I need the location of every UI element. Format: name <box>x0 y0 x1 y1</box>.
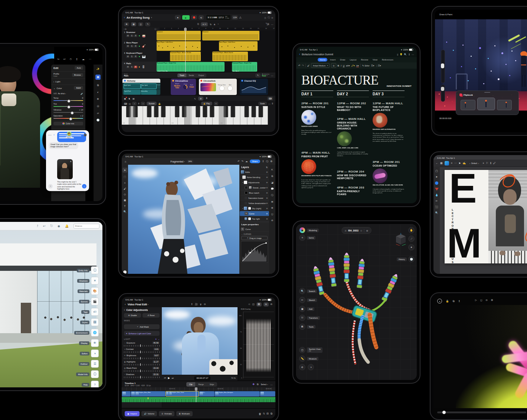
align-button[interactable]: ☰▾ <box>371 64 374 67</box>
more-icon[interactable]: ⋯ <box>454 162 457 165</box>
fade-tool-icon[interactable]: ◔ <box>217 23 219 25</box>
brightness-slider[interactable]: ☀Brightness9.07 <box>124 354 160 359</box>
clip-skyline-close-selected[interactable]: Skyline_Blue_Close <box>166 391 199 397</box>
settings-icon[interactable]: ⚙ <box>270 160 272 163</box>
cloud-sync-icon[interactable]: ☁ <box>82 58 85 61</box>
sync-icon[interactable]: ⊙ <box>360 229 362 232</box>
canvas-artwork[interactable] <box>128 165 240 274</box>
app-logo-icon[interactable]: ● <box>437 299 442 303</box>
back-chevron-icon[interactable]: ‹ <box>299 52 300 56</box>
play-surface-button[interactable]: ☝ Play <box>201 102 212 105</box>
export-icon[interactable]: ⎋ <box>50 224 53 228</box>
flipbook-panel[interactable]: Flipbook <box>456 91 519 115</box>
split-keyboard-icon[interactable]: ◫ <box>129 102 131 105</box>
loop-tool-icon[interactable]: ↻ <box>210 23 212 26</box>
temp-slider[interactable]: Temp0 <box>51 96 85 101</box>
share-button[interactable]: Share <box>250 160 261 163</box>
blackpoint-slider[interactable]: ◍Black Point15.44 <box>124 367 160 372</box>
alchemy-pad[interactable]: Epic Synth <box>141 83 157 89</box>
facetime-icon[interactable]: 🎥 <box>84 134 87 137</box>
window-dots[interactable]: ••• <box>48 134 52 136</box>
editor-button[interactable]: ✎Editor <box>362 64 370 67</box>
tab-home[interactable]: Home <box>318 58 327 62</box>
split-icon[interactable]: ⊟ <box>266 412 269 415</box>
record-icon[interactable]: ⊙ <box>204 303 206 306</box>
tab-view[interactable]: View <box>371 58 379 62</box>
drag-handle-icon[interactable]: ≡ <box>272 102 274 105</box>
visibility-panel-icon[interactable]: 👁 <box>271 207 274 209</box>
duplicate-icon[interactable]: ⧉ <box>271 175 273 178</box>
measure-button[interactable]: 📏 <box>299 355 305 362</box>
redo-icon[interactable]: ↷ <box>302 64 304 67</box>
view-cube[interactable] <box>395 233 407 246</box>
flip-icon[interactable]: ⚐ <box>486 162 488 165</box>
color-tool-icon[interactable] <box>435 181 438 185</box>
transform-tool-icon[interactable]: ⬚ <box>124 175 126 178</box>
lightbulb-icon[interactable]: 💡 <box>400 53 403 56</box>
node-tool-icon[interactable]: ✍ <box>463 162 466 165</box>
scenes-button[interactable]: 🎬 <box>91 298 99 305</box>
keybed-icon[interactable]: ⌨ <box>124 102 127 105</box>
stamp-tool-icon[interactable]: ▣ <box>124 199 126 202</box>
styles-button[interactable]: 🖼 <box>91 318 99 326</box>
play-icon[interactable]: ▶ <box>168 377 170 380</box>
solo-button[interactable]: S <box>130 35 134 37</box>
font-name-select[interactable]: Antipol Medium▾ <box>311 63 330 68</box>
track-header-keyboard[interactable]: 3 Keyboard Player MSR🎹 <box>122 51 157 62</box>
share-icon[interactable]: ↥ <box>76 58 78 61</box>
healing-icon[interactable]: ⊕ <box>97 98 99 101</box>
color-section-row[interactable]: ⌄ ColorB&W <box>51 85 85 91</box>
alchemy-pad[interactable]: Dark Arp <box>157 90 160 95</box>
layer-row-selected[interactable]: ✎Curve👁 <box>240 211 269 216</box>
transform-tool-button[interactable]: ⤱ <box>299 315 305 321</box>
pencil-tool-icon[interactable]: ✏ <box>436 200 438 203</box>
alchemy-pad[interactable]: Synth Pluck <box>124 90 141 95</box>
track-header-pads[interactable]: 4 Pads MSR🎛 <box>122 62 157 72</box>
flipbook-frame-active[interactable] <box>477 98 495 110</box>
document-title[interactable]: Fragmented▾ <box>170 160 185 163</box>
browse-button[interactable]: Browse <box>72 73 83 77</box>
align-view-icon[interactable]: ✦ <box>408 244 415 250</box>
record-button[interactable] <box>191 15 197 20</box>
pitch-slider-icon[interactable]: ∿ <box>194 97 196 100</box>
mode-range[interactable]: Range <box>195 382 207 387</box>
keyboard-lane[interactable]: Keyboard Player - Brown Chords Keyboard … <box>157 51 275 62</box>
export-panel-icon[interactable]: ⇱ <box>271 168 273 171</box>
mask-panel-icon[interactable]: ◻ <box>271 213 273 216</box>
tags-button[interactable]: 🏷 <box>91 308 99 316</box>
redo-icon[interactable]: ↪ <box>57 58 59 61</box>
enhance-button[interactable]: ✦ Enhance Light and Color <box>124 331 160 336</box>
history-icon[interactable]: ⏱ <box>70 58 72 61</box>
layer-row[interactable]: Yellow desaturation👁 <box>240 201 269 206</box>
plugin-alchemy[interactable]: Alchemy Bright Synth Epic Synth Metallic… <box>122 79 160 95</box>
trash-icon[interactable]: 🗑 <box>259 413 261 415</box>
sketch-tool-button[interactable]: ✏ <box>299 297 305 303</box>
shape-tool-icon[interactable]: ⬛ <box>435 206 438 209</box>
items-button[interactable]: ≡ <box>299 234 305 241</box>
scrubber-knob[interactable] <box>442 411 446 414</box>
notes-icon[interactable]: ♞ <box>128 97 130 100</box>
swatch-tool-icon[interactable] <box>435 188 439 191</box>
trim-tool-selected[interactable]: ⟚ ✂ <box>201 22 208 26</box>
add-tool-button[interactable]: ▣ <box>299 306 305 312</box>
keys-settings-selected[interactable]: ⚙ <box>198 96 203 101</box>
frame-icon[interactable]: ◻ <box>480 299 482 302</box>
brush-tool-icon[interactable]: 🖌 <box>124 187 126 190</box>
layer-row[interactable]: Top right👁 <box>240 216 269 222</box>
plugin-chromaglow[interactable]: ChromaGlow ModelModern Tube Drive StyleC… <box>171 79 196 95</box>
contact-name[interactable]: Joyce <box>67 137 71 138</box>
highlights-slider[interactable]: ◉Highlights11.27 <box>124 360 160 365</box>
metronome-icon[interactable]: △ <box>239 16 241 19</box>
lcd-display[interactable]: 5 1 1 086 127,0 4/4C maj <box>206 15 230 20</box>
render-artwork[interactable] <box>433 305 527 408</box>
search-icon[interactable]: 🔍 <box>404 53 407 56</box>
items-label[interactable]: Items <box>307 236 315 240</box>
add-mask-button[interactable]: ＋ Add Mask <box>124 324 160 329</box>
track-header-drummer[interactable]: 1 Drummer MSR🥁 <box>122 30 157 41</box>
export-icon[interactable]: ↥ <box>262 160 264 163</box>
tab-draw[interactable]: Draw <box>338 58 347 62</box>
playhead[interactable] <box>185 27 186 72</box>
piano-keybed[interactable]: C2 C3 C4 <box>122 106 275 125</box>
saturation-slider[interactable]: Saturation+ 2 <box>51 113 85 119</box>
contrast-slider[interactable]: ◑Contrast4.41 <box>124 348 160 353</box>
